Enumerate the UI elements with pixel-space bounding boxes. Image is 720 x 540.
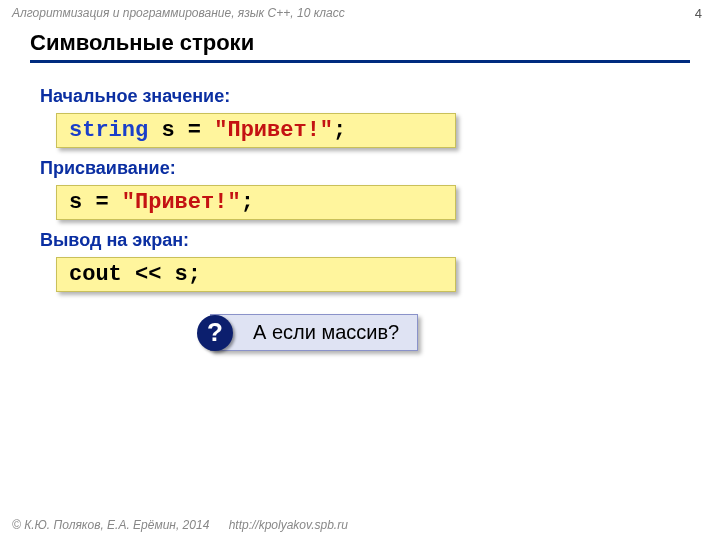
question-box: ? А если массив? [210,314,418,351]
footer: © К.Ю. Поляков, Е.А. Ерёмин, 2014 http:/… [12,518,348,532]
code-text: cout << s; [69,262,201,287]
code-text: s = [148,118,214,143]
code-box-init: string s = "Привет!"; [56,113,456,148]
footer-authors: © К.Ю. Поляков, Е.А. Ерёмин, 2014 [12,518,209,532]
section-heading-assign: Присваивание: [40,158,680,179]
slide-title: Символьные строки [30,30,690,63]
code-text: ; [241,190,254,215]
question-text: А если массив? [253,321,399,343]
code-literal: "Привет!" [214,118,333,143]
code-box-assign: s = "Привет!"; [56,185,456,220]
question-callout: ? А если массив? [210,314,680,351]
question-mark-icon: ? [197,315,233,351]
course-header: Алгоритмизация и программирование, язык … [12,6,345,20]
section-heading-output: Вывод на экран: [40,230,680,251]
code-literal: "Привет!" [122,190,241,215]
code-keyword: string [69,118,148,143]
page-number: 4 [695,6,702,21]
code-box-output: cout << s; [56,257,456,292]
code-text: s = [69,190,122,215]
content-area: Начальное значение: string s = "Привет!"… [40,76,680,351]
code-text: ; [333,118,346,143]
footer-url: http://kpolyakov.spb.ru [229,518,348,532]
section-heading-init: Начальное значение: [40,86,680,107]
